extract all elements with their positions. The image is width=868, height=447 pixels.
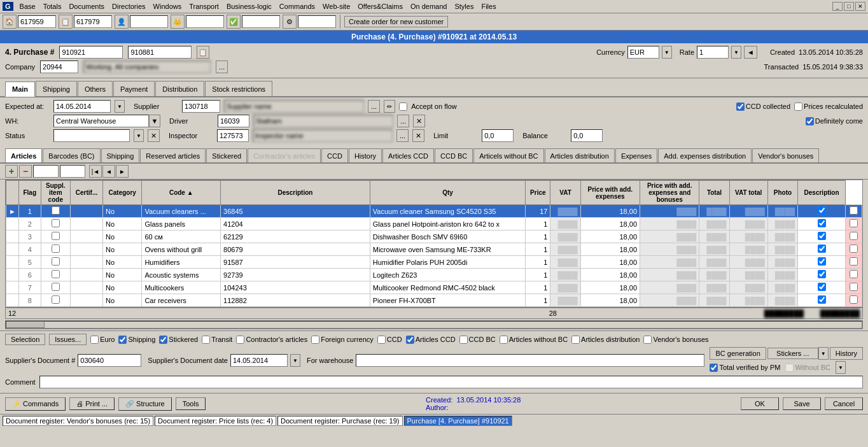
toolbar-input1[interactable] <box>18 15 56 28</box>
menu-base[interactable]: Base <box>16 1 39 11</box>
wh-arrow[interactable]: ▼ <box>149 115 160 127</box>
row-flag[interactable] <box>41 294 70 307</box>
inner-tab-add-expenses[interactable]: Add. expenses distribution <box>658 148 752 162</box>
comment-input[interactable] <box>39 376 863 388</box>
toolbar-icon5[interactable]: ✅ <box>227 15 241 29</box>
total-verified-check[interactable] <box>710 364 718 372</box>
menu-directories[interactable]: Directories <box>108 1 150 11</box>
print-button[interactable]: 🖨 Print ... <box>69 397 115 410</box>
wh-input[interactable] <box>53 115 149 127</box>
inner-tab-articles-without-bc[interactable]: Articels without BC <box>473 148 543 162</box>
inner-tab-history[interactable]: History <box>349 148 382 162</box>
table-row[interactable]: 7 No Multicookers 104243 Multicooker Red… <box>6 281 862 294</box>
row-desc2[interactable] <box>846 294 862 307</box>
row-photo[interactable] <box>798 294 846 307</box>
menu-documents[interactable]: Documents <box>65 1 108 11</box>
stickers-dropdown[interactable]: ▼ <box>818 347 829 360</box>
doc-date-dropdown[interactable]: ▼ <box>290 354 300 367</box>
history-button[interactable]: History <box>830 347 863 360</box>
tab-shipping[interactable]: Shipping <box>36 81 77 96</box>
supplier-three-dot[interactable]: ... <box>368 100 380 113</box>
articles-dist-check[interactable] <box>571 336 580 344</box>
menu-web-site[interactable]: Web-site <box>319 1 354 11</box>
rate-back-btn[interactable]: ◄ <box>744 46 757 59</box>
purchase-num2-input[interactable] <box>128 46 192 59</box>
purchase-num-input[interactable] <box>59 46 123 59</box>
tab-payment[interactable]: Payment <box>113 81 155 96</box>
euro-check[interactable] <box>90 336 99 344</box>
selection-button[interactable]: Selection <box>5 334 45 345</box>
inspector-name-input[interactable] <box>253 129 393 142</box>
menu-files[interactable]: Files <box>477 1 500 11</box>
toolbar-icon6[interactable]: ⚙ <box>283 15 297 29</box>
company-name-input[interactable] <box>83 60 211 73</box>
row-photo[interactable] <box>798 256 846 269</box>
row-desc2[interactable] <box>846 243 862 256</box>
inner-tab-ccd-bc[interactable]: CCD BC <box>435 148 473 162</box>
status-clear-btn[interactable]: ✕ <box>148 129 160 142</box>
prices-recalculated-check[interactable] <box>794 103 802 111</box>
supplier-doc-input[interactable] <box>78 354 141 367</box>
limit-input[interactable] <box>482 129 514 142</box>
supplier-doc-date-input[interactable] <box>230 354 288 367</box>
tools-button[interactable]: Tools <box>176 397 206 410</box>
inspector-clear-btn[interactable]: ✕ <box>412 129 424 142</box>
toolbar-input6[interactable] <box>298 15 336 28</box>
row-flag[interactable] <box>41 269 70 281</box>
ccd-collected-check[interactable] <box>736 103 745 111</box>
row-photo[interactable] <box>798 231 846 243</box>
tab-distribution[interactable]: Distribution <box>155 81 204 96</box>
inner-tab-articles-ccd[interactable]: Articles CCD <box>382 148 434 162</box>
foreign-currency-check[interactable] <box>311 336 319 344</box>
supplier-check[interactable] <box>399 103 407 111</box>
table-row[interactable]: 6 No Acoustic systems 92739 Logitech Z62… <box>6 269 862 281</box>
company-id-input[interactable] <box>40 60 78 73</box>
tab-others[interactable]: Others <box>78 81 113 96</box>
issues-button[interactable]: Issues... <box>49 334 87 345</box>
row-photo[interactable] <box>798 269 846 281</box>
row-flag[interactable] <box>41 205 70 218</box>
close-button[interactable]: ✕ <box>855 2 865 11</box>
row-desc2[interactable] <box>846 269 862 281</box>
row-desc2[interactable] <box>846 281 862 294</box>
for-warehouse-input[interactable] <box>356 354 704 367</box>
supplier-id-input[interactable] <box>182 100 220 113</box>
menu-business-logic[interactable]: Business-logic <box>223 1 276 11</box>
toolbar-input4[interactable] <box>186 15 224 28</box>
row-photo[interactable] <box>798 281 846 294</box>
driver-name-input[interactable] <box>253 115 393 127</box>
currency-input[interactable] <box>627 46 659 59</box>
structure-button[interactable]: 🔗 Structure <box>118 397 172 411</box>
table-row[interactable]: ► 1 No Vacuum cleaners ... 36845 Vacuum … <box>6 205 862 218</box>
without-bc-dropdown[interactable]: ▼ <box>836 361 846 374</box>
menu-offers-claims[interactable]: Offers&Claims <box>354 1 407 11</box>
vendors-bonuses-check[interactable] <box>643 336 652 344</box>
toolbar-small-input2[interactable] <box>60 165 85 178</box>
menu-windows[interactable]: Windows <box>150 1 186 11</box>
ccd-bc-check[interactable] <box>459 336 468 344</box>
table-row[interactable]: 2 No Glass panels 41204 Glass panel Hotp… <box>6 218 862 231</box>
inner-tab-articles-dist[interactable]: Articles distribution <box>545 148 615 162</box>
tab-stock-restrictions[interactable]: Stock restrictions <box>205 81 272 96</box>
del-row-button[interactable]: − <box>19 165 32 178</box>
horizontal-scrollbar[interactable] <box>5 320 863 329</box>
nav-first[interactable]: |◄ <box>89 165 102 178</box>
cancel-button[interactable]: Cancel <box>825 397 863 410</box>
menu-totals[interactable]: Totals <box>39 1 66 11</box>
menu-commands[interactable]: Commands <box>276 1 319 11</box>
supplier-name-input[interactable] <box>224 100 364 113</box>
restore-button[interactable]: □ <box>844 2 854 11</box>
driver-three-dot[interactable]: ... <box>397 115 409 127</box>
balance-input[interactable] <box>571 129 603 142</box>
row-flag[interactable] <box>41 231 70 243</box>
stickers-button[interactable]: Stickers ... <box>767 348 818 359</box>
menu-styles[interactable]: Styles <box>451 1 477 11</box>
inner-tab-articles[interactable]: Articles <box>5 148 42 162</box>
row-photo[interactable] <box>798 243 846 256</box>
contractors-articles-check[interactable] <box>236 336 244 344</box>
shipping-check[interactable] <box>118 336 127 344</box>
without-bc-check[interactable] <box>785 364 794 372</box>
row-desc2[interactable] <box>846 231 862 243</box>
rate-input[interactable] <box>697 46 729 59</box>
stickered-check[interactable] <box>159 336 167 344</box>
